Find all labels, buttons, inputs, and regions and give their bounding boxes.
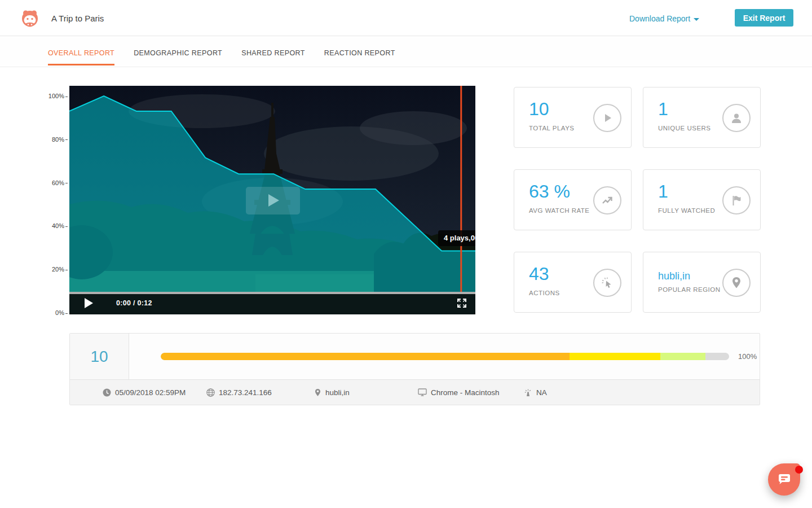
caret-down-icon — [694, 18, 699, 21]
unique-users-value: 1 — [658, 99, 668, 120]
monitor-icon — [418, 388, 427, 396]
total-plays-value: 10 — [529, 99, 549, 120]
video-stage[interactable]: 4 plays,00: — [69, 86, 475, 292]
report-page: A Trip to Paris Download Report Exit Rep… — [0, 0, 812, 508]
stat-card-total-plays: 10 TOTAL PLAYS — [514, 87, 632, 148]
viewer-details-row: 05/09/2018 02:59PM 182.73.241.166 hubli,… — [70, 379, 760, 405]
pin-icon — [722, 269, 751, 297]
y-axis-tick: 0% — [55, 309, 68, 317]
control-play-button[interactable] — [85, 298, 93, 308]
report-tabbar: OVERALL REPORT DEMOGRAPHIC REPORT SHARED… — [0, 36, 812, 67]
avg-watch-rate-value: 63 % — [529, 181, 570, 202]
tab-overall-report[interactable]: OVERALL REPORT — [48, 49, 114, 65]
viewer-ip-address: 182.73.241.166 — [206, 388, 314, 397]
viewer-extra-na: NA — [524, 388, 547, 397]
viewer-location: hubli,in — [314, 388, 418, 397]
video-control-bar: 0:00 / 0:12 — [69, 292, 475, 314]
avg-watch-rate-label: AVG WATCH RATE — [529, 207, 590, 214]
chat-bubble-icon — [777, 474, 792, 486]
y-axis-tick: 60% — [52, 179, 68, 187]
viewer-row-summary: 10 100% — [70, 334, 760, 379]
seek-bar[interactable] — [69, 292, 475, 294]
heatmap-tooltip: 4 plays,00: — [438, 230, 475, 246]
actions-label: ACTIONS — [529, 290, 560, 296]
y-axis-tick: 100% — [48, 92, 68, 100]
stat-card-popular-region: hubli,in POPULAR REGION — [643, 252, 761, 313]
viewer-plays-count: 10 — [70, 334, 129, 379]
play-icon — [268, 194, 279, 207]
watch-rate-y-axis: 100%80%60%40%20%0% — [44, 86, 68, 314]
popular-region-value: hubli,in — [658, 270, 690, 282]
stat-card-avg-watch-rate: 63 % AVG WATCH RATE — [514, 169, 632, 230]
fullscreen-icon[interactable] — [456, 297, 467, 309]
exit-report-button[interactable]: Exit Report — [735, 9, 793, 27]
top-header: A Trip to Paris Download Report Exit Rep… — [0, 0, 812, 36]
y-axis-tick: 20% — [52, 265, 68, 273]
progress-segment — [570, 353, 660, 360]
play-icon — [593, 104, 621, 132]
beacon-icon — [524, 388, 532, 397]
unique-users-label: UNIQUE USERS — [658, 125, 711, 132]
watch-progress-bar — [161, 353, 729, 360]
y-axis-tick: 40% — [52, 222, 68, 230]
hippo-logo-icon — [20, 8, 39, 28]
tab-demographic-report[interactable]: DEMOGRAPHIC REPORT — [134, 49, 222, 65]
viewer-browser-os: Chrome - Macintosh — [418, 388, 524, 397]
progress-segment — [660, 353, 705, 360]
notification-dot — [795, 466, 803, 474]
total-plays-label: TOTAL PLAYS — [529, 125, 575, 132]
stat-card-unique-users: 1 UNIQUE USERS — [643, 87, 761, 148]
time-display: 0:00 / 0:12 — [116, 299, 152, 307]
tab-reaction-report[interactable]: REACTION REPORT — [324, 49, 395, 65]
popular-region-label: POPULAR REGION — [658, 286, 721, 293]
stat-card-fully-watched: 1 FULLY WATCHED — [643, 169, 761, 230]
viewed-timestamp: 05/09/2018 02:59PM — [103, 388, 206, 397]
progress-segment — [161, 353, 570, 360]
pin-icon — [314, 388, 321, 397]
clock-icon — [103, 388, 111, 397]
stat-card-actions: 43 ACTIONS — [514, 252, 632, 313]
user-icon — [722, 104, 751, 132]
fully-watched-label: FULLY WATCHED — [658, 207, 715, 214]
tab-shared-report[interactable]: SHARED REPORT — [241, 49, 305, 65]
trend-icon — [593, 186, 621, 214]
viewer-row[interactable]: 10 100% 05/09/2018 02:59PM 182.73.241.16… — [69, 333, 760, 405]
page-title: A Trip to Paris — [51, 14, 104, 23]
watch-percent-label: 100% — [738, 352, 757, 361]
center-play-button[interactable] — [246, 187, 300, 214]
y-axis-tick: 80% — [52, 135, 68, 143]
fully-watched-value: 1 — [658, 181, 668, 202]
actions-value: 43 — [529, 264, 549, 284]
click-icon — [593, 269, 621, 297]
globe-icon — [206, 388, 215, 397]
video-player[interactable]: 4 plays,00: 0:00 / 0:12 — [69, 86, 475, 314]
flag-icon — [722, 186, 751, 214]
download-report-link[interactable]: Download Report — [629, 14, 699, 23]
